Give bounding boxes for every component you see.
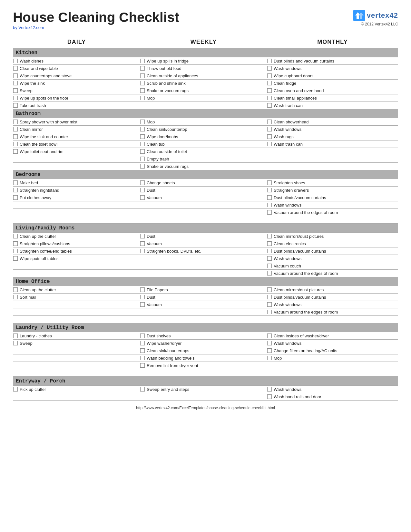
checkbox[interactable] <box>140 387 145 392</box>
checkbox[interactable] <box>13 149 18 154</box>
checkbox[interactable] <box>267 203 272 207</box>
list-item: Dust blinds and vacuum curtains <box>267 57 398 64</box>
item-label: Wash windows <box>274 302 301 307</box>
checkbox[interactable] <box>267 348 272 353</box>
checkbox[interactable] <box>140 59 145 63</box>
checkbox[interactable] <box>13 59 18 63</box>
checkbox[interactable] <box>140 249 145 253</box>
list-item: Vacuum around the edges of room <box>267 308 398 315</box>
checkbox[interactable] <box>140 88 145 93</box>
checkbox[interactable] <box>267 81 272 85</box>
checkbox[interactable] <box>267 96 272 100</box>
checkbox[interactable] <box>140 188 145 192</box>
checkbox[interactable] <box>267 287 272 292</box>
checkbox[interactable] <box>140 127 145 131</box>
checkbox[interactable] <box>140 334 145 338</box>
checkbox[interactable] <box>267 73 272 78</box>
list-item: Vacuum couch <box>267 262 398 269</box>
checkbox[interactable] <box>140 81 145 85</box>
item-label: Clean mirrors/dust pictures <box>274 287 324 292</box>
checkbox[interactable] <box>267 188 272 192</box>
checkbox[interactable] <box>140 287 145 292</box>
checkbox[interactable] <box>13 134 18 139</box>
checkbox[interactable] <box>13 256 18 261</box>
checkbox[interactable] <box>140 157 145 161</box>
item-label: Change sheets <box>147 180 175 185</box>
checkbox[interactable] <box>267 356 272 360</box>
checkbox[interactable] <box>140 356 145 360</box>
checkbox[interactable] <box>267 241 272 246</box>
checkbox[interactable] <box>13 249 18 253</box>
col-header-daily: DAILY <box>13 36 140 48</box>
checkbox[interactable] <box>140 142 145 146</box>
checkbox[interactable] <box>267 195 272 200</box>
checkbox[interactable] <box>267 134 272 139</box>
checkbox[interactable] <box>13 234 18 238</box>
checkbox[interactable] <box>140 295 145 299</box>
checkbox[interactable] <box>13 142 18 146</box>
checkbox[interactable] <box>13 241 18 246</box>
item-label: Empty trash <box>147 157 169 161</box>
checkbox[interactable] <box>13 127 18 131</box>
checkbox[interactable] <box>267 295 272 299</box>
checkbox[interactable] <box>140 241 145 246</box>
checkbox[interactable] <box>267 387 272 392</box>
list-item: Clean small appliances <box>267 94 398 102</box>
checkbox[interactable] <box>13 195 18 200</box>
checkbox[interactable] <box>267 334 272 338</box>
checkbox[interactable] <box>267 310 272 314</box>
list-item: Clean the toilet bowl <box>13 140 140 148</box>
checkbox[interactable] <box>267 234 272 238</box>
checkbox[interactable] <box>13 334 18 338</box>
checkbox[interactable] <box>13 73 18 78</box>
checkbox[interactable] <box>140 341 145 345</box>
checkbox[interactable] <box>267 142 272 146</box>
checkbox[interactable] <box>140 120 145 124</box>
empty-row <box>140 262 267 269</box>
checkbox[interactable] <box>140 73 145 78</box>
checkbox[interactable] <box>267 88 272 93</box>
checkbox[interactable] <box>140 149 145 154</box>
checkbox[interactable] <box>13 188 18 192</box>
checkbox[interactable] <box>140 363 145 368</box>
checkbox[interactable] <box>140 234 145 238</box>
checkbox[interactable] <box>267 103 272 108</box>
checkbox[interactable] <box>13 341 18 345</box>
checkbox[interactable] <box>267 271 272 276</box>
checkbox[interactable] <box>13 88 18 93</box>
checkbox[interactable] <box>13 180 18 185</box>
byline-link[interactable]: by Vertex42.com <box>13 25 44 30</box>
checkbox[interactable] <box>13 81 18 85</box>
checkbox[interactable] <box>267 249 272 253</box>
checkbox[interactable] <box>140 134 145 139</box>
checkbox[interactable] <box>267 210 272 215</box>
checkbox[interactable] <box>140 164 145 169</box>
checkbox[interactable] <box>13 287 18 292</box>
table-row: Sweep Shake or vacuum rugs Clean oven an… <box>13 87 398 94</box>
checkbox[interactable] <box>267 302 272 307</box>
checkbox[interactable] <box>13 103 18 108</box>
checkbox[interactable] <box>140 348 145 353</box>
empty-row <box>13 369 140 376</box>
table-row: Straighten nightstand Dust Straighten dr… <box>13 187 398 194</box>
checkbox[interactable] <box>13 66 18 71</box>
checkbox[interactable] <box>140 302 145 307</box>
checkbox[interactable] <box>267 120 272 124</box>
checkbox[interactable] <box>13 96 18 100</box>
checkbox[interactable] <box>267 127 272 131</box>
checkbox[interactable] <box>267 59 272 63</box>
checkbox[interactable] <box>267 256 272 261</box>
checkbox[interactable] <box>140 195 145 200</box>
checkbox[interactable] <box>13 387 18 392</box>
checkbox[interactable] <box>267 66 272 71</box>
checkbox[interactable] <box>267 394 272 399</box>
checkbox[interactable] <box>267 341 272 345</box>
checkbox[interactable] <box>13 120 18 124</box>
checkbox[interactable] <box>140 66 145 71</box>
checkbox[interactable] <box>267 180 272 185</box>
checkbox[interactable] <box>13 295 18 299</box>
checkbox[interactable] <box>140 180 145 185</box>
empty-row <box>267 216 398 223</box>
checkbox[interactable] <box>140 96 145 100</box>
checkbox[interactable] <box>267 264 272 268</box>
